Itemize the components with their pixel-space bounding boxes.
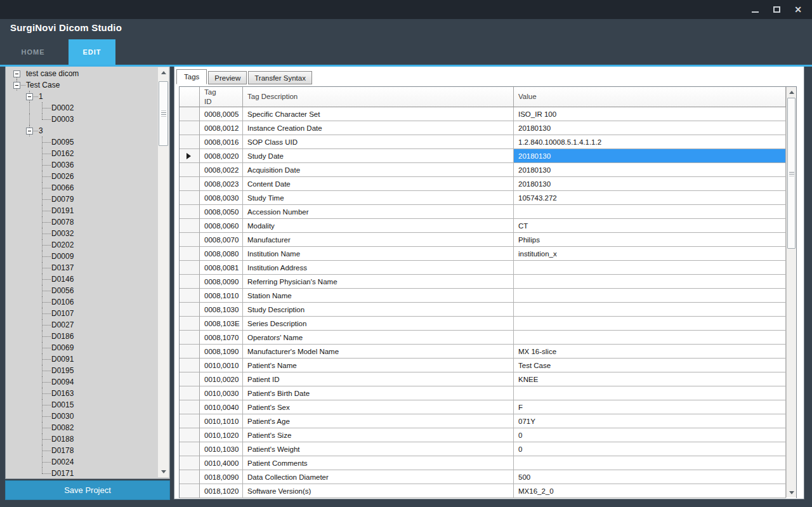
tree-item[interactable]: D0056 (6, 285, 157, 296)
row-header[interactable] (180, 470, 200, 484)
tree-expander-icon[interactable] (26, 128, 33, 135)
row-header[interactable] (180, 428, 200, 442)
cell-description[interactable]: Manufacturer (243, 233, 514, 247)
cell-value[interactable]: Philips (514, 233, 786, 247)
tree-scrollbar-thumb[interactable] (159, 81, 168, 146)
cell-description[interactable]: Modality (243, 219, 514, 233)
cell-value[interactable]: 0 (514, 428, 786, 442)
cell-tag-id[interactable]: 0010,0030 (200, 386, 243, 400)
cell-tag-id[interactable]: 0008,0070 (200, 233, 243, 247)
cell-description[interactable]: Manufacturer's Model Name (243, 345, 514, 359)
cell-value[interactable]: institution_x (514, 247, 786, 261)
tree-item[interactable]: D0027 (6, 319, 157, 331)
cell-value[interactable]: 20180130 (514, 121, 786, 135)
tree-item[interactable]: D0137 (6, 262, 157, 273)
cell-tag-id[interactable]: 0010,4000 (200, 456, 243, 470)
cell-description[interactable]: Patient's Sex (243, 400, 514, 414)
tree-scrollbar[interactable] (158, 67, 169, 477)
row-header[interactable] (180, 247, 200, 261)
tree-scroll-down-button[interactable] (158, 466, 169, 477)
row-header[interactable] (180, 163, 200, 177)
tree-item[interactable]: D0162 (6, 148, 157, 159)
row-header[interactable] (180, 345, 200, 359)
tree-item[interactable]: D0030 (6, 411, 157, 422)
cell-tag-id[interactable]: 0008,0005 (200, 107, 243, 121)
cell-value[interactable]: 500 (514, 470, 786, 484)
tree-item[interactable]: D0079 (6, 194, 157, 205)
cell-value[interactable]: ISO_IR 100 (514, 107, 786, 121)
cell-description[interactable]: Software Version(s) (243, 484, 514, 498)
tree-item[interactable]: D0066 (6, 182, 157, 194)
cell-tag-id[interactable]: 0008,1070 (200, 331, 243, 345)
cell-description[interactable]: SOP Class UID (243, 135, 514, 149)
tree-item[interactable]: D0188 (6, 433, 157, 445)
cell-tag-id[interactable]: 0008,1030 (200, 303, 243, 317)
cell-value[interactable] (514, 331, 786, 345)
tree-expander-icon[interactable] (13, 82, 20, 89)
cell-tag-id[interactable]: 0010,1010 (200, 414, 243, 428)
tree-item[interactable]: Test Case (6, 79, 157, 91)
cell-tag-id[interactable]: 0018,1020 (200, 484, 243, 498)
cell-tag-id[interactable]: 0008,0030 (200, 191, 243, 205)
row-header[interactable] (180, 484, 200, 498)
tree-item[interactable]: D0069 (6, 342, 157, 353)
cell-tag-id[interactable]: 0008,0023 (200, 177, 243, 191)
column-header-tag-id[interactable]: Tag ID (200, 87, 243, 107)
tree-item[interactable]: D0032 (6, 228, 157, 239)
cell-tag-id[interactable]: 0008,1010 (200, 289, 243, 303)
tree-item[interactable]: D0002 (6, 102, 157, 114)
cell-value[interactable] (514, 456, 786, 470)
cell-description[interactable]: Data Collection Diameter (243, 470, 514, 484)
cell-value[interactable]: 071Y (514, 414, 786, 428)
tree-item[interactable]: D0163 (6, 388, 157, 399)
cell-tag-id[interactable]: 0008,0012 (200, 121, 243, 135)
cell-description[interactable]: Patient's Age (243, 414, 514, 428)
row-header[interactable] (180, 191, 200, 205)
grid-scrollbar[interactable] (786, 87, 796, 497)
cell-value[interactable] (514, 386, 786, 400)
row-header[interactable] (180, 177, 200, 191)
cell-description[interactable]: Patient's Size (243, 428, 514, 442)
cell-description[interactable]: Study Time (243, 191, 514, 205)
close-button[interactable]: ✕ (789, 1, 807, 18)
tree-item[interactable]: D0106 (6, 296, 157, 308)
row-header[interactable] (180, 219, 200, 233)
row-header[interactable] (180, 121, 200, 135)
tree-item[interactable]: D0078 (6, 216, 157, 228)
column-header-selector[interactable] (180, 87, 200, 107)
maximize-button[interactable] (768, 1, 785, 18)
cell-tag-id[interactable]: 0008,0060 (200, 219, 243, 233)
tree-item[interactable]: D0091 (6, 353, 157, 365)
cell-value[interactable] (514, 275, 786, 289)
tree-item[interactable]: D0026 (6, 171, 157, 182)
row-header[interactable] (180, 317, 200, 331)
cell-description[interactable]: Accession Number (243, 205, 514, 219)
cell-description[interactable]: Station Name (243, 289, 514, 303)
cell-tag-id[interactable]: 0008,103E (200, 317, 243, 331)
column-header-description[interactable]: Tag Description (243, 87, 514, 107)
tree-item[interactable]: D0036 (6, 159, 157, 171)
save-project-button[interactable]: Save Project (5, 480, 170, 500)
cell-value[interactable] (514, 205, 786, 219)
tree-expander-icon[interactable] (13, 70, 20, 77)
cell-description[interactable]: Study Date (243, 149, 514, 163)
row-header[interactable] (180, 359, 200, 372)
cell-tag-id[interactable]: 0008,0050 (200, 205, 243, 219)
tree-expander-icon[interactable] (26, 93, 33, 100)
tree-item[interactable]: D0186 (6, 331, 157, 342)
cell-tag-id[interactable]: 0008,0080 (200, 247, 243, 261)
row-header[interactable] (180, 400, 200, 414)
cell-description[interactable]: Series Description (243, 317, 514, 331)
tab-edit[interactable]: EDIT (69, 39, 115, 65)
cell-description[interactable]: Institution Address (243, 261, 514, 275)
tree-item[interactable]: D0178 (6, 445, 157, 456)
cell-value[interactable]: 0 (514, 442, 786, 456)
tree-item[interactable]: D0095 (6, 136, 157, 148)
cell-value[interactable] (514, 303, 786, 317)
tree-item[interactable]: D0003 (6, 114, 157, 125)
tree-item[interactable]: D0171 (6, 468, 157, 478)
cell-tag-id[interactable]: 0018,0090 (200, 470, 243, 484)
cell-value[interactable]: Test Case (514, 359, 786, 372)
row-header[interactable] (180, 386, 200, 400)
cell-tag-id[interactable]: 0010,1030 (200, 442, 243, 456)
